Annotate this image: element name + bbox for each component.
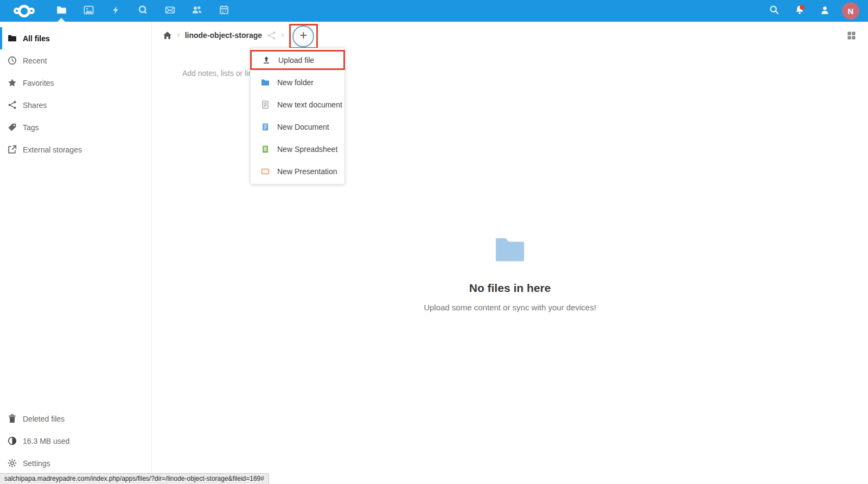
text-document-icon [261,100,270,109]
sidebar-item-label: Deleted files [23,415,65,423]
settings-gear-icon [8,458,17,468]
new-folder-icon [261,78,270,87]
sidebar-item-favorites[interactable]: Favorites [0,72,151,94]
notification-badge [800,5,805,10]
sidebar-item-all-files[interactable]: All files [0,27,151,49]
sidebar-item-recent[interactable]: Recent [0,49,151,72]
menu-item-label: Upload file [278,56,314,65]
menu-item-label: New Spreadsheet [277,145,337,154]
activity-icon [111,5,120,17]
sidebar-item-label: Favorites [23,79,54,87]
photos-icon [84,5,94,17]
clock-icon [8,56,17,65]
menu-item-label: New folder [277,78,314,87]
notifications-button[interactable] [787,0,812,22]
sidebar-item-label: Tags [23,123,39,132]
home-icon[interactable] [163,31,172,40]
breadcrumb-folder-name[interactable]: linode-object-storage [185,31,262,40]
tag-icon [8,123,17,132]
presentation-icon [261,167,270,176]
app-contacts[interactable] [183,0,210,22]
external-storage-icon [8,145,17,154]
document-icon [261,123,270,131]
sidebar-item-label: All files [23,34,50,43]
app-files[interactable] [48,0,75,22]
top-header: N [0,0,868,22]
menu-item-label: New text document [277,100,342,109]
app-shell: All files Recent Favorites Shares Tags [0,22,868,484]
sidebar-item-label: Shares [23,101,47,110]
logo-center-circle [18,5,30,17]
new-button[interactable]: + [292,26,314,47]
new-file-menu: Upload file New folder New text document [250,48,345,184]
empty-state-title: No files in here [152,282,868,295]
menu-item-new-spreadsheet[interactable]: New Spreadsheet [251,138,344,160]
menu-item-label: New Document [277,123,329,131]
folder-large-icon [495,254,525,264]
app-talk[interactable] [129,0,156,22]
app-activity[interactable] [102,0,129,22]
contacts-menu-icon [820,5,830,17]
upload-icon [262,56,271,65]
search-icon [769,5,779,17]
menu-item-label: New Presentation [277,167,337,176]
link-preview-status-bar: salchipapa.madreypadre.com/index.php/app… [0,473,269,484]
trash-icon [8,414,17,423]
sidebar-footer: Deleted files 16.3 MB used Settings [0,407,151,474]
contacts-menu-button[interactable] [812,0,838,22]
share-icon[interactable] [267,31,276,40]
quota-pie-icon [8,436,17,445]
sidebar-item-label: External storages [23,145,82,154]
app-calendar[interactable] [210,0,238,22]
contacts-icon [192,4,202,17]
sidebar-item-label: Settings [23,459,50,468]
files-sidebar: All files Recent Favorites Shares Tags [0,22,152,484]
menu-item-new-folder[interactable]: New folder [251,71,344,93]
app-photos[interactable] [75,0,102,22]
sidebar-item-tags[interactable]: Tags [0,116,151,138]
user-avatar[interactable]: N [842,2,859,20]
empty-state-subtitle: Upload some content or sync with your de… [152,303,868,312]
folder-icon [8,34,17,43]
sidebar-item-label: 16.3 MB used [23,437,69,445]
grid-view-toggle[interactable] [847,31,856,40]
sidebar-item-shares[interactable]: Shares [0,94,151,116]
menu-item-new-document[interactable]: New Document [251,116,344,138]
talk-icon [138,5,148,17]
workspace-notes-hint[interactable]: Add notes, lists or lin [182,69,252,78]
header-right-group: N [761,0,868,22]
share-icon [8,100,17,110]
sidebar-item-settings[interactable]: Settings [0,452,151,474]
menu-item-new-text-document[interactable]: New text document [251,93,344,116]
empty-folder-state: No files in here Upload some content or … [152,237,868,312]
breadcrumb: › linode-object-storage › + [152,22,868,49]
breadcrumb-separator: › [177,30,180,39]
search-button[interactable] [761,0,787,22]
app-mail[interactable] [156,0,183,22]
sidebar-item-quota[interactable]: 16.3 MB used [0,430,151,452]
nextcloud-logo[interactable] [0,5,48,17]
menu-item-new-presentation[interactable]: New Presentation [251,160,344,182]
annotation-red-box-upload-file: Upload file [250,50,345,70]
sidebar-item-label: Recent [23,56,47,65]
menu-item-upload-file[interactable]: Upload file [252,52,343,68]
sidebar-item-deleted-files[interactable]: Deleted files [0,407,151,430]
sidebar-item-external-storages[interactable]: External storages [0,138,151,161]
star-icon [8,78,17,87]
files-icon [56,5,67,17]
calendar-icon [219,5,229,17]
spreadsheet-icon [261,145,270,154]
breadcrumb-separator: › [281,30,284,39]
files-main-area: › linode-object-storage › + Add notes, l… [152,22,868,484]
mail-icon [165,5,175,17]
annotation-red-box-new-button: + [289,24,318,49]
